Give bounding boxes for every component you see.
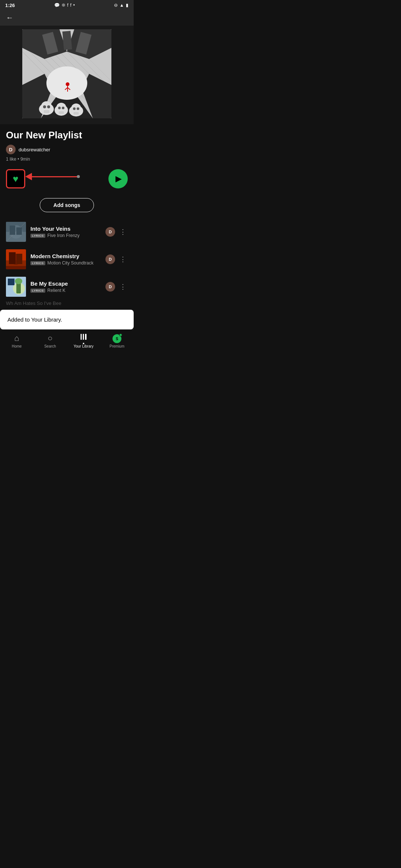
- svg-rect-18: [62, 31, 72, 50]
- song-meta: LYRICS Five Iron Frenzy: [30, 233, 101, 238]
- svg-point-27: [58, 107, 61, 109]
- nav-item-premium[interactable]: S Premium: [100, 334, 134, 348]
- svg-point-28: [62, 107, 65, 109]
- slack-icon: ❊: [62, 3, 65, 8]
- song-meta: LYRICS Relient K: [30, 288, 101, 293]
- dot-icon: •: [73, 3, 75, 8]
- lyrics-badge: LYRICS: [30, 234, 45, 238]
- song-list: Into Your Veins LYRICS Five Iron Frenzy …: [0, 218, 134, 300]
- background-scroll-text: Wh Am Hates So I've Bee: [0, 300, 134, 306]
- more-options-button[interactable]: ⋮: [118, 254, 128, 265]
- artist-avatar: D: [6, 145, 16, 154]
- premium-dot-icon: [119, 333, 122, 336]
- status-notification-icons: 💬 ❊ f f •: [54, 3, 75, 8]
- nav-label-home: Home: [12, 344, 22, 348]
- song-actions: D ⋮: [105, 226, 128, 237]
- album-art-container: [0, 26, 134, 124]
- playlist-meta: 1 like • 9min: [6, 157, 128, 162]
- library-icon: [79, 333, 88, 343]
- home-icon: ⌂: [14, 333, 19, 343]
- svg-rect-49: [6, 266, 26, 269]
- user-avatar: D: [105, 227, 115, 237]
- toast-notification: Added to Your Library.: [0, 310, 134, 329]
- song-details: Into Your Veins LYRICS Five Iron Frenzy: [30, 226, 101, 238]
- status-bar: 1:26 💬 ❊ f f • ⊖ ▲ ▮: [0, 0, 134, 10]
- song-actions: D ⋮: [105, 281, 128, 292]
- playlist-info: Our New Playlist D dubsrewatcher 1 like …: [0, 124, 134, 169]
- active-indicator: [83, 343, 84, 344]
- svg-rect-47: [9, 252, 16, 264]
- nav-label-search: Search: [44, 344, 56, 348]
- svg-rect-52: [8, 279, 14, 285]
- svg-point-23: [47, 105, 50, 108]
- user-avatar: D: [105, 254, 115, 264]
- arrow-line: [32, 176, 80, 177]
- add-songs-button[interactable]: Add songs: [40, 198, 94, 212]
- svg-rect-31: [74, 112, 79, 115]
- play-button[interactable]: ▶: [108, 169, 128, 188]
- svg-rect-58: [85, 334, 87, 340]
- nav-item-search[interactable]: ○ Search: [33, 333, 67, 348]
- svg-point-22: [43, 105, 46, 108]
- bottom-navigation: ⌂ Home ○ Search Your Library S Premium: [0, 329, 134, 354]
- premium-avatar: S: [113, 334, 121, 343]
- nav-item-library[interactable]: Your Library: [67, 333, 100, 348]
- svg-point-33: [77, 108, 79, 110]
- song-details: Modern Chemistry LYRICS Motion City Soun…: [30, 253, 101, 266]
- user-avatar: D: [105, 282, 115, 292]
- wifi-icon: ▲: [120, 3, 124, 8]
- controls-row: ♥ ▶: [0, 169, 134, 194]
- header: ←: [0, 10, 134, 26]
- svg-rect-21: [44, 110, 49, 113]
- more-options-button[interactable]: ⋮: [118, 281, 128, 292]
- song-title: Modern Chemistry: [30, 253, 101, 259]
- heart-like-button[interactable]: ♥: [6, 169, 25, 188]
- nav-item-home[interactable]: ⌂ Home: [0, 333, 33, 348]
- svg-rect-43: [16, 227, 22, 235]
- status-system-icons: ⊖ ▲ ▮: [114, 3, 128, 8]
- song-thumbnail: [6, 249, 26, 269]
- toast-message: Added to Your Library.: [7, 316, 62, 323]
- album-art-svg: [22, 29, 111, 118]
- arrow-head-icon: [25, 173, 32, 180]
- artist-name: dubsrewatcher: [19, 147, 50, 152]
- heart-icon: ♥: [13, 173, 18, 185]
- more-options-button[interactable]: ⋮: [118, 226, 128, 237]
- list-item: Into Your Veins LYRICS Five Iron Frenzy …: [6, 218, 128, 246]
- song-title: Be My Escape: [30, 280, 101, 287]
- messenger-icon: 💬: [54, 3, 60, 8]
- song-thumbnail: [6, 222, 26, 242]
- song-title: Into Your Veins: [30, 226, 101, 232]
- album-art: [22, 29, 111, 118]
- svg-point-30: [71, 103, 81, 112]
- svg-rect-56: [81, 334, 82, 340]
- facebook-icon: f: [67, 3, 68, 8]
- svg-rect-48: [16, 254, 22, 264]
- playlist-title: Our New Playlist: [6, 129, 128, 141]
- add-songs-area: Add songs: [0, 194, 134, 218]
- svg-point-20: [41, 101, 52, 111]
- artist-row: D dubsrewatcher: [6, 145, 128, 154]
- back-button[interactable]: ←: [6, 13, 13, 22]
- svg-point-25: [56, 103, 66, 112]
- list-item: Modern Chemistry LYRICS Motion City Soun…: [6, 246, 128, 273]
- battery-icon: ▮: [126, 3, 128, 8]
- song-thumbnail: [6, 277, 26, 297]
- song-actions: D ⋮: [105, 254, 128, 265]
- status-time: 1:26: [5, 3, 15, 8]
- facebook-icon-2: f: [70, 3, 71, 8]
- song-artist: Relient K: [48, 288, 66, 293]
- lyrics-badge: LYRICS: [30, 261, 45, 265]
- nav-label-premium: Premium: [110, 344, 124, 348]
- list-item: Be My Escape LYRICS Relient K D ⋮: [6, 273, 128, 300]
- arrow-annotation: [25, 173, 80, 180]
- play-icon: ▶: [115, 174, 122, 184]
- svg-rect-42: [10, 226, 15, 235]
- song-details: Be My Escape LYRICS Relient K: [30, 280, 101, 293]
- svg-point-34: [66, 82, 69, 86]
- song-artist: Motion City Soundtrack: [48, 260, 94, 266]
- song-meta: LYRICS Motion City Soundtrack: [30, 260, 101, 266]
- song-artist: Five Iron Frenzy: [48, 233, 80, 238]
- nav-label-library: Your Library: [74, 344, 94, 348]
- do-not-disturb-icon: ⊖: [114, 3, 118, 8]
